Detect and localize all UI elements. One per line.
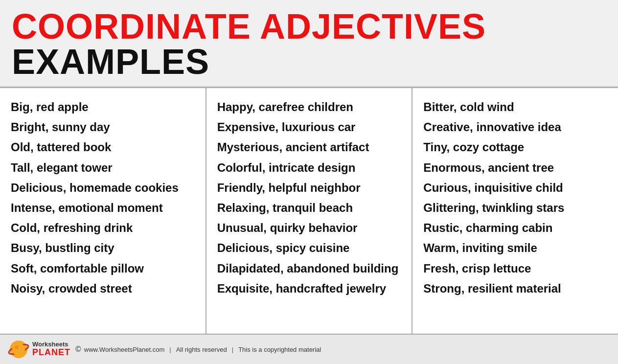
list-item: Relaxing, tranquil beach <box>217 198 401 218</box>
list-item: Tiny, cozy cottage <box>423 137 607 157</box>
footer: Worksheets PLANET © www.WorksheetsPlanet… <box>0 334 618 364</box>
logo-worksheets-label: Worksheets <box>32 341 70 348</box>
column-3: Bitter, cold windCreative, innovative id… <box>412 88 618 334</box>
list-item: Busy, bustling city <box>11 238 195 258</box>
content-area: Big, red appleBright, sunny dayOld, tatt… <box>0 87 618 334</box>
title-red: COORDINATE ADJECTIVES <box>12 7 486 46</box>
list-1: Big, red appleBright, sunny dayOld, tatt… <box>11 97 195 298</box>
list-item: Delicious, spicy cuisine <box>217 238 401 258</box>
logo-text: Worksheets PLANET <box>32 341 70 358</box>
list-item: Strong, resilient material <box>423 278 607 298</box>
list-item: Old, tattered book <box>11 137 195 157</box>
copyright-symbol: © <box>75 345 81 354</box>
svg-point-2 <box>12 343 25 356</box>
logo-planet-label: PLANET <box>32 348 70 358</box>
svg-point-3 <box>15 345 19 349</box>
page-title: COORDINATE ADJECTIVES EXAMPLES <box>12 9 606 79</box>
list-item: Friendly, helpful neighbor <box>217 178 401 198</box>
list-item: Unusual, quirky behavior <box>217 218 401 238</box>
list-item: Mysterious, ancient artifact <box>217 137 401 157</box>
list-item: Exquisite, handcrafted jewelry <box>217 278 401 298</box>
list-item: Happy, carefree children <box>217 97 401 117</box>
list-item: Rustic, charming cabin <box>423 218 607 238</box>
list-item: Big, red apple <box>11 97 195 117</box>
page-header: COORDINATE ADJECTIVES EXAMPLES <box>0 0 618 87</box>
list-3: Bitter, cold windCreative, innovative id… <box>423 97 607 298</box>
list-item: Tall, elegant tower <box>11 158 195 178</box>
website-url: www.WorksheetsPlanet.com <box>84 346 165 353</box>
list-item: Creative, innovative idea <box>423 117 607 137</box>
list-item: Colorful, intricate design <box>217 158 401 178</box>
list-item: Dilapidated, abandoned building <box>217 258 401 278</box>
list-item: Glittering, twinkling stars <box>423 198 607 218</box>
footer-copyright: © www.WorksheetsPlanet.com | All rights … <box>75 345 321 354</box>
list-item: Intense, emotional moment <box>11 198 195 218</box>
list-item: Delicious, homemade cookies <box>11 178 195 198</box>
list-item: Cold, refreshing drink <box>11 218 195 238</box>
list-item: Bright, sunny day <box>11 117 195 137</box>
title-black: EXAMPLES <box>12 42 209 81</box>
footer-logo: Worksheets PLANET <box>8 339 70 360</box>
column-1: Big, red appleBright, sunny dayOld, tatt… <box>0 88 206 334</box>
planet-icon <box>8 339 29 360</box>
copyright-notice: This is a copyrighted material <box>238 346 321 353</box>
list-item: Curious, inquisitive child <box>423 178 607 198</box>
list-item: Warm, inviting smile <box>423 238 607 258</box>
list-item: Fresh, crisp lettuce <box>423 258 607 278</box>
all-rights: All rights reserved <box>176 346 227 353</box>
list-2: Happy, carefree childrenExpensive, luxur… <box>217 97 401 298</box>
divider-1: | <box>169 346 171 353</box>
list-item: Noisy, crowded street <box>11 278 195 298</box>
list-item: Expensive, luxurious car <box>217 117 401 137</box>
list-item: Enormous, ancient tree <box>423 158 607 178</box>
divider-2: | <box>232 346 233 353</box>
column-2: Happy, carefree childrenExpensive, luxur… <box>206 88 413 334</box>
list-item: Bitter, cold wind <box>423 97 607 117</box>
list-item: Soft, comfortable pillow <box>11 258 195 278</box>
